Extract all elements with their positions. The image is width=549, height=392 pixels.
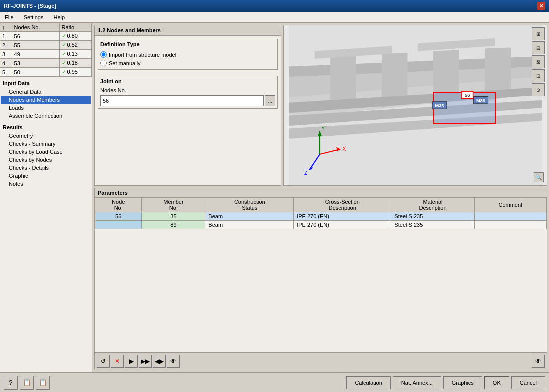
vp-btn-1[interactable]: ⊞ <box>532 27 545 40</box>
copy-button-1[interactable]: 📋 <box>20 376 34 390</box>
nav-geometry[interactable]: Geometry <box>1 132 91 140</box>
parameters-section: Parameters NodeNo. MemberNo. Constructio… <box>94 188 547 370</box>
form-panel: 1.2 Nodes and Members Definition Type Im… <box>94 25 281 186</box>
table-row[interactable]: 2 55 ✓0.52 <box>0 41 92 50</box>
row-ratio: ✓0.80 <box>59 32 92 41</box>
vp-btn-2[interactable]: ⊟ <box>532 41 545 54</box>
th-cross-section: Cross-SectionDescription <box>294 198 391 212</box>
th-node-no: NodeNo. <box>95 198 142 212</box>
menu-file[interactable]: File <box>2 13 17 21</box>
radio-manual[interactable]: Set manually <box>100 59 275 67</box>
toolbar-prev-all-btn[interactable]: ◀▶ <box>153 355 166 368</box>
nav-notes[interactable]: Notes <box>1 180 91 188</box>
svg-text:Y: Y <box>321 126 325 131</box>
nodes-no-row: Nodes No.: ... <box>100 87 275 106</box>
radio-import-label: Import from structure model <box>109 52 176 58</box>
svg-text:M35: M35 <box>435 103 444 108</box>
table-row[interactable]: 1 56 ✓0.80 <box>0 32 92 41</box>
nav-loads[interactable]: Loads <box>1 104 91 112</box>
cell-cross-section: IPE 270 (EN) <box>294 212 391 221</box>
nodes-no-label: Nodes No.: <box>100 87 275 93</box>
form-panel-title: 1.2 Nodes and Members <box>95 25 281 36</box>
parameters-table-wrapper: NodeNo. MemberNo. ConstructionStatus Cro… <box>95 197 547 352</box>
toolbar-eye-btn[interactable]: 👁 <box>167 355 180 368</box>
ok-button[interactable]: OK <box>484 376 509 389</box>
nav-checks-load-case[interactable]: Checks by Load Case <box>1 148 91 156</box>
graphics-button[interactable]: Graphics <box>443 376 482 389</box>
svg-text:M89: M89 <box>476 98 485 103</box>
svg-text:X: X <box>342 146 346 152</box>
table-row[interactable]: 4 53 ✓0.18 <box>0 59 92 68</box>
nodes-table: ↕ Nodes No. Ratio 1 56 ✓0.80 2 55 ✓0.52 … <box>0 23 92 77</box>
nav-checks-summary[interactable]: Checks - Summary <box>1 140 91 148</box>
cancel-button[interactable]: Cancel <box>511 376 545 389</box>
toolbar-next-all-btn[interactable]: ▶▶ <box>139 355 152 368</box>
col-id: ↕ <box>0 23 12 32</box>
menu-help[interactable]: Help <box>50 13 68 21</box>
close-button[interactable]: ✕ <box>537 2 545 10</box>
toolbar-delete-btn[interactable]: ✕ <box>111 355 124 368</box>
table-row[interactable]: 5 50 ✓0.95 <box>0 68 92 77</box>
cell-member: 89 <box>142 221 205 229</box>
help-button[interactable]: ? <box>4 376 18 390</box>
params-bottom-left: ↺ ✕ ▶ ▶▶ ◀▶ 👁 <box>97 355 180 368</box>
nav-nodes-members[interactable]: Nodes and Members <box>1 96 91 104</box>
vp-btn-4[interactable]: ⊡ <box>532 69 545 82</box>
zoom-icon[interactable]: 🔍 <box>534 172 544 182</box>
col-ratio: Ratio <box>59 23 92 32</box>
nav-checks-details[interactable]: Checks - Details <box>1 164 91 172</box>
table-row[interactable]: 56 35 Beam IPE 270 (EN) Steel S 235 <box>95 212 547 221</box>
copy-button-2[interactable]: 📋 <box>36 376 50 390</box>
row-ratio: ✓0.95 <box>59 68 92 77</box>
parameters-title: Parameters <box>95 188 547 197</box>
row-node: 49 <box>12 50 59 59</box>
menu-settings[interactable]: Settings <box>21 13 47 21</box>
cell-comment <box>474 212 546 221</box>
row-id: 1 <box>0 32 12 41</box>
row-id: 3 <box>0 50 12 59</box>
title-bar: RF-JOINTS - [Stage] ✕ <box>0 0 549 12</box>
nat-annex-button[interactable]: Nat. Annex... <box>393 376 441 389</box>
table-row[interactable]: 3 49 ✓0.13 <box>0 50 92 59</box>
scene-svg: M35 M89 56 X Y <box>284 25 547 185</box>
toolbar-next-btn[interactable]: ▶ <box>125 355 138 368</box>
nodes-no-input[interactable] <box>100 95 264 106</box>
toolbar-refresh-btn[interactable]: ↺ <box>97 355 110 368</box>
radio-manual-label: Set manually <box>109 60 141 66</box>
nav-graphic[interactable]: Graphic <box>1 172 91 180</box>
row-node: 50 <box>12 68 59 77</box>
definition-type-label: Definition Type <box>100 41 275 47</box>
vp-btn-3[interactable]: ⊠ <box>532 55 545 68</box>
radio-import[interactable]: Import from structure model <box>100 50 275 59</box>
vp-btn-5[interactable]: ⊙ <box>532 83 545 96</box>
toolbar-eye-right-btn[interactable]: 👁 <box>532 355 545 368</box>
cell-material: Steel S 235 <box>391 221 474 229</box>
calculation-button[interactable]: Calculation <box>346 376 390 389</box>
input-data-label: Input Data <box>1 79 91 88</box>
nodes-no-input-group: ... <box>100 95 275 106</box>
row-ratio: ✓0.52 <box>59 41 92 50</box>
definition-type-box: Definition Type Import from structure mo… <box>98 39 278 70</box>
radio-manual-input[interactable] <box>100 60 107 66</box>
row-id: 4 <box>0 59 12 68</box>
menu-bar: File Settings Help <box>0 12 549 23</box>
nav-assemble-connection[interactable]: Assemble Connection <box>1 112 91 120</box>
nodes-no-browse-button[interactable]: ... <box>265 95 275 106</box>
nav-general-data[interactable]: General Data <box>1 88 91 96</box>
table-row[interactable]: 89 Beam IPE 270 (EN) Steel S 235 <box>95 221 547 229</box>
row-id: 5 <box>0 68 12 77</box>
row-ratio: ✓0.18 <box>59 59 92 68</box>
viewport-panel: M35 M89 56 X Y <box>283 25 547 186</box>
row-ratio: ✓0.13 <box>59 50 92 59</box>
results-label: Results <box>1 123 91 132</box>
th-member-no: MemberNo. <box>142 198 205 212</box>
nav-checks-nodes[interactable]: Checks by Nodes <box>1 156 91 164</box>
cell-material: Steel S 235 <box>391 212 474 221</box>
cell-comment <box>474 221 546 229</box>
th-comment: Comment <box>474 198 546 212</box>
params-bottom-toolbar: ↺ ✕ ▶ ▶▶ ◀▶ 👁 👁 <box>95 352 547 370</box>
bottom-bar: ? 📋 📋 Calculation Nat. Annex... Graphics… <box>0 372 549 392</box>
main-container: ↕ Nodes No. Ratio 1 56 ✓0.80 2 55 ✓0.52 … <box>0 23 549 372</box>
svg-text:56: 56 <box>465 93 470 98</box>
radio-import-input[interactable] <box>100 51 107 58</box>
